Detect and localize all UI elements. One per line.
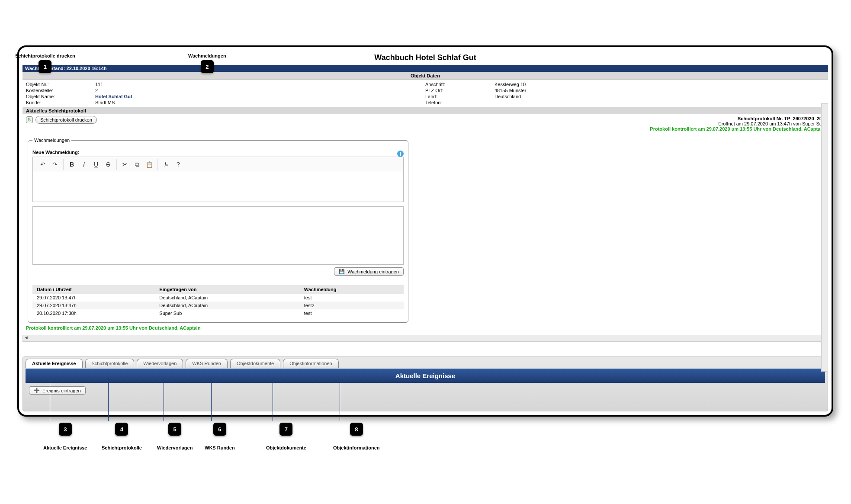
strikethrough-icon[interactable]: S — [103, 159, 114, 170]
callout-7: 7 Objektdokumente — [266, 421, 306, 450]
undo-icon[interactable]: ↶ — [37, 159, 48, 170]
section-objekt-daten: Objekt Daten — [22, 72, 828, 80]
callout-2: Wachmeldungen 2 — [188, 53, 226, 73]
value-kostenstelle: 2 — [95, 87, 425, 93]
result-area[interactable] — [32, 206, 404, 265]
label-telefon: Telefon: — [425, 100, 490, 106]
print-protocol-button[interactable]: Schichtprotokoll drucken — [35, 116, 97, 124]
callout-5: 5 Wiedervorlagen — [157, 421, 193, 450]
callout-line-4 — [108, 378, 109, 421]
cut-icon[interactable]: ✂ — [119, 159, 131, 170]
label-plz-ort: PLZ Ort: — [425, 87, 490, 93]
protocol-checked-note: Protokoll kontrolliert am 29.07.2020 um … — [22, 323, 828, 333]
add-event-button[interactable]: ➕ Ereignis eintragen — [29, 386, 86, 395]
value-plz-ort: 48155 Münster — [495, 87, 825, 93]
value-anschrift: Kesslerweg 10 — [495, 81, 825, 87]
tabs-wrap: Aktuelle Ereignisse Schichtprotokolle Wi… — [22, 356, 828, 411]
protocol-opened: Eröffnet am 29.07.2020 um 13:47h von Sup… — [650, 121, 825, 126]
help-icon[interactable]: ? — [173, 159, 184, 170]
label-objekt-name: Objekt Name: — [26, 93, 91, 100]
submit-message-button[interactable]: 💾 Wachmeldung eintragen — [334, 267, 404, 276]
label-objekt-nr: Objekt-Nr.: — [26, 81, 91, 87]
col-date: Datum / Uhrzeit — [32, 285, 155, 294]
events-banner: Aktuelle Ereignisse — [26, 369, 825, 383]
protocol-checked: Protokoll kontrolliert am 29.07.2020 um … — [650, 126, 825, 132]
label-anschrift: Anschrift: — [425, 81, 490, 87]
value-kunde: Stadt MS — [95, 100, 425, 106]
callout-line-3 — [50, 378, 50, 421]
label-land: Land: — [425, 93, 490, 100]
save-icon: 💾 — [339, 269, 345, 274]
callout-4: 4 Schichtprotokolle — [102, 421, 142, 450]
wachmeldungen-panel: Wachmeldungen i Neue Wachmeldung: ↶ ↷ B … — [28, 138, 408, 323]
italic-icon[interactable]: I — [78, 159, 90, 170]
tab-schichtprotokolle[interactable]: Schichtprotokolle — [85, 359, 135, 368]
callout-line-5 — [164, 378, 164, 421]
refresh-icon[interactable]: ↻ — [26, 116, 33, 123]
vertical-scrollbar[interactable] — [821, 103, 828, 372]
table-row: 29.07.2020 13:47h Deutschland, ACaptain … — [32, 302, 404, 309]
callout-line-7 — [273, 378, 273, 421]
col-user: Eingetragen von — [155, 285, 299, 294]
horizontal-scrollbar[interactable] — [22, 335, 828, 342]
callout-line-6 — [211, 378, 212, 421]
redo-icon[interactable]: ↷ — [49, 159, 61, 170]
callout-3: 3 Aktuelle Ereignisse — [43, 421, 87, 450]
table-row: 29.07.2020 13:47h Deutschland, ACaptain … — [32, 294, 404, 302]
tab-aktuelle-ereignisse[interactable]: Aktuelle Ereignisse — [26, 359, 83, 368]
tab-objektinformationen[interactable]: Objektinformationen — [283, 359, 338, 368]
rte-toolbar: ↶ ↷ B I U S ✂ ⧉ 📋 Ix ? — [32, 157, 404, 172]
value-objekt-name-link[interactable]: Hotel Schlaf Gut — [95, 93, 425, 100]
object-data: Objekt-Nr.: 111 Kostenstelle: 2 Objekt N… — [22, 80, 828, 107]
info-icon[interactable]: i — [397, 151, 404, 157]
tab-objektdokumente[interactable]: Objektdokumente — [230, 359, 280, 368]
col-msg: Wachmeldung — [300, 285, 404, 294]
label-kunde: Kunde: — [26, 100, 91, 106]
label-kostenstelle: Kostenstelle: — [26, 87, 91, 93]
new-message-label: Neue Wachmeldung: — [32, 150, 404, 155]
messages-table: Datum / Uhrzeit Eingetragen von Wachmeld… — [32, 285, 404, 317]
protocol-nr: Schichtprotokoll Nr. TP_29072020_205 — [650, 116, 825, 121]
add-event-label: Ereignis eintragen — [42, 388, 81, 393]
wachmeldungen-legend: Wachmeldungen — [32, 138, 71, 143]
section-aktuelles-schichtprotokoll: Aktuelles Schichtprotokoll — [22, 107, 828, 114]
copy-icon[interactable]: ⧉ — [132, 159, 143, 170]
submit-message-label: Wachmeldung eintragen — [347, 269, 399, 274]
add-icon: ➕ — [34, 388, 40, 393]
rte-editor[interactable] — [32, 172, 404, 202]
value-telefon — [495, 100, 825, 106]
status-bar: Wachbuch Stand: 22.10.2020 16:14h — [22, 65, 828, 72]
tab-wks-runden[interactable]: WKS Runden — [186, 359, 228, 368]
callout-8: 8 Objektinformationen — [333, 421, 380, 450]
callout-6: 6 WKS Runden — [205, 421, 235, 450]
callout-line-8 — [340, 378, 340, 421]
protocol-meta: Schichtprotokoll Nr. TP_29072020_205 Erö… — [650, 116, 825, 132]
table-row: 20.10.2020 17:38h Super Sub test — [32, 309, 404, 317]
value-objekt-nr: 111 — [95, 81, 425, 87]
page-title: Wachbuch Hotel Schlaf Gut — [22, 51, 828, 65]
tab-wiedervorlagen[interactable]: Wiedervorlagen — [137, 359, 183, 368]
print-protocol-label: Schichtprotokoll drucken — [40, 117, 92, 122]
callout-1: Schichtprotokolle drucken 1 — [15, 53, 75, 73]
clear-format-icon[interactable]: Ix — [161, 159, 172, 170]
app-window: Wachbuch Hotel Schlaf Gut Wachbuch Stand… — [17, 45, 833, 417]
underline-icon[interactable]: U — [90, 159, 102, 170]
paste-icon[interactable]: 📋 — [144, 159, 155, 170]
bold-icon[interactable]: B — [66, 159, 77, 170]
value-land: Deutschland — [495, 93, 825, 100]
